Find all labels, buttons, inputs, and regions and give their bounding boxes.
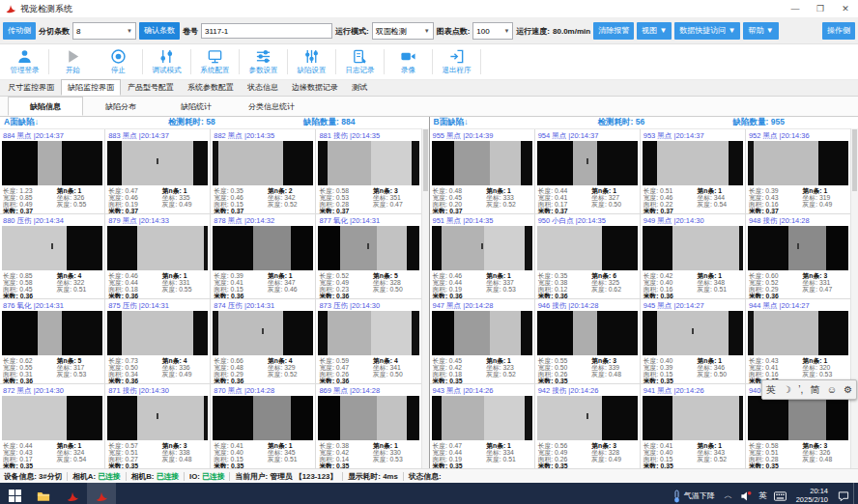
drive-side-button[interactable]: 传动侧 — [3, 22, 36, 40]
defect-thumbnail[interactable] — [213, 311, 313, 355]
weather-widget[interactable]: 气温下降 — [667, 490, 721, 503]
tab-defect-monitor[interactable]: 缺陷监控界面 — [61, 79, 121, 96]
defect-cell[interactable]: 948 接伤 |20:14:28长度: 0.60宽度: 0.52面积: 0.29… — [746, 214, 851, 299]
defect-thumbnail[interactable] — [2, 141, 102, 185]
close-button[interactable]: ✕ — [833, 1, 858, 17]
defect-thumbnail[interactable] — [107, 396, 208, 440]
defect-settings-button[interactable]: 缺陷设置 — [289, 45, 334, 78]
tab-edge-data-record[interactable]: 边缘数据记录 — [285, 79, 345, 96]
ime-settings-gear-icon[interactable]: ⚙ — [844, 384, 852, 395]
ime-night-mode-icon[interactable]: ☽ — [783, 384, 791, 395]
defect-thumbnail[interactable] — [748, 226, 848, 270]
defect-cell[interactable]: 942 接伤 |20:14:26长度: 0.56宽度: 0.49面积: 0.26… — [535, 384, 641, 469]
help-menu-button[interactable]: 帮助 ▼ — [743, 22, 778, 40]
subtab-class-info-statistics[interactable]: 分类信息统计 — [234, 97, 309, 116]
defect-thumbnail[interactable] — [107, 226, 208, 270]
debug-mode-button[interactable]: 调试模式 — [144, 45, 189, 78]
ime-english-toggle[interactable]: 英 — [766, 383, 776, 397]
ime-simplified-toggle[interactable]: 简 — [811, 383, 820, 397]
data-quick-access-menu-button[interactable]: 数据快捷访问 ▼ — [674, 22, 740, 40]
defect-thumbnail[interactable] — [537, 396, 638, 440]
defect-thumbnail[interactable] — [318, 396, 418, 440]
defect-thumbnail[interactable] — [643, 311, 743, 355]
defect-cell[interactable]: 879 黑点 |20:14:33长度: 0.46宽度: 0.44面积: 0.18… — [105, 214, 211, 299]
defect-cell[interactable]: 878 黑点 |20:14:32长度: 0.39宽度: 0.41面积: 0.15… — [211, 214, 316, 299]
defect-thumbnail[interactable] — [537, 141, 638, 185]
defect-cell[interactable]: 950 小白点 |20:14:35长度: 0.35宽度: 0.38面积: 0.1… — [535, 214, 641, 299]
defect-cell[interactable]: 884 黑点 |20:14:37长度: 1.23宽度: 0.85面积: 0.49… — [0, 129, 105, 214]
defect-cell[interactable]: 874 压伤 |20:14:31长度: 0.66宽度: 0.48面积: 0.29… — [211, 299, 316, 384]
ime-emoji-icon[interactable]: ☺ — [827, 384, 837, 395]
defect-thumbnail[interactable] — [643, 226, 743, 270]
maximize-button[interactable]: ❐ — [808, 1, 833, 17]
defect-cell[interactable]: 872 黑点 |20:14:30长度: 0.44宽度: 0.43面积: 0.17… — [0, 384, 105, 469]
defect-cell[interactable]: 954 黑点 |20:14:37长度: 0.44宽度: 0.41面积: 0.17… — [535, 129, 641, 214]
defect-thumbnail[interactable] — [318, 141, 418, 185]
subtab-defect-distribution[interactable]: 缺陷分布 — [83, 97, 158, 116]
defect-cell[interactable]: 944 黑点 |20:14:27长度: 0.43宽度: 0.41面积: 0.16… — [746, 299, 851, 384]
defect-cell[interactable]: 943 黑点 |20:14:26长度: 0.47宽度: 0.44面积: 0.19… — [430, 384, 535, 469]
defect-thumbnail[interactable] — [537, 226, 638, 270]
defect-thumbnail[interactable] — [107, 311, 208, 355]
admin-login-button[interactable]: 管理登录 — [2, 45, 47, 78]
defect-cell[interactable]: 871 接伤 |20:14:30长度: 0.57宽度: 0.51面积: 0.27… — [105, 384, 211, 469]
taskbar-clock[interactable]: 20:14 2025/2/10 — [790, 488, 834, 504]
defect-cell[interactable]: 941 黑点 |20:14:26长度: 0.41宽度: 0.40面积: 0.15… — [641, 384, 746, 469]
panel-a-title[interactable]: A面缺陷↓ — [0, 117, 168, 128]
view-menu-button[interactable]: 视图 ▼ — [637, 22, 672, 40]
subtab-defect-info[interactable]: 缺陷信息 — [8, 97, 83, 116]
stop-button[interactable]: 停止 — [96, 45, 141, 78]
inspection-app-button-active[interactable] — [87, 483, 116, 504]
defect-thumbnail[interactable] — [318, 311, 418, 355]
ime-punctuation-toggle[interactable]: ’, — [798, 384, 803, 395]
tab-size-monitor[interactable]: 尺寸监控界面 — [1, 79, 61, 96]
defect-thumbnail[interactable] — [432, 311, 532, 355]
file-explorer-button[interactable] — [29, 483, 58, 504]
defect-cell[interactable]: 881 接伤 |20:14:35长度: 0.58宽度: 0.53面积: 0.28… — [316, 129, 421, 214]
chart-points-select[interactable]: 100▼ — [472, 22, 513, 40]
tray-volume-icon[interactable] — [738, 483, 754, 504]
minimize-button[interactable]: — — [783, 1, 808, 17]
defect-cell[interactable]: 882 黑点 |20:14:35长度: 0.35宽度: 0.46面积: 0.15… — [211, 129, 316, 214]
defect-thumbnail[interactable] — [107, 141, 208, 185]
panel-a-scrollbar[interactable] — [421, 128, 429, 468]
tab-system-params-config[interactable]: 系统参数配置 — [181, 79, 241, 96]
log-record-button[interactable]: 日志记录 — [337, 45, 383, 78]
record-video-button[interactable]: 录像 — [386, 45, 431, 78]
defect-cell[interactable]: 883 黑点 |20:14:37长度: 0.47宽度: 0.46面积: 0.19… — [105, 129, 211, 214]
show-desktop-button[interactable] — [853, 483, 858, 504]
defect-thumbnail[interactable] — [213, 226, 313, 270]
defect-cell[interactable]: 877 氧化 |20:14:31长度: 0.52宽度: 0.49面积: 0.23… — [316, 214, 421, 299]
defect-cell[interactable]: 955 黑点 |20:14:39长度: 0.48宽度: 0.45面积: 0.20… — [430, 129, 535, 214]
subtab-defect-statistics[interactable]: 缺陷统计 — [158, 97, 234, 116]
operator-side-button[interactable]: 操作侧 — [822, 22, 855, 40]
defect-cell[interactable]: 876 氧化 |20:14:31长度: 0.62宽度: 0.55面积: 0.31… — [0, 299, 105, 384]
defect-cell[interactable]: 953 黑点 |20:14:37长度: 0.51宽度: 0.46面积: 0.22… — [641, 129, 746, 214]
defect-thumbnail[interactable] — [537, 311, 638, 355]
slit-count-select[interactable]: 8▼ — [72, 22, 136, 40]
tab-status-info[interactable]: 状态信息 — [241, 79, 285, 96]
defect-cell[interactable]: 869 黑点 |20:14:28长度: 0.38宽度: 0.42面积: 0.14… — [316, 384, 421, 469]
confirm-count-button[interactable]: 确认条数 — [139, 22, 180, 40]
scrollbar-thumb[interactable] — [852, 129, 857, 191]
defect-thumbnail[interactable] — [2, 226, 102, 270]
params-settings-button[interactable]: 参数设置 — [241, 45, 286, 78]
start-menu-button[interactable] — [0, 483, 29, 504]
defect-cell[interactable]: 949 黑点 |20:14:30长度: 0.42宽度: 0.40面积: 0.16… — [641, 214, 746, 299]
defect-thumbnail[interactable] — [213, 396, 313, 440]
defect-thumbnail[interactable] — [432, 396, 532, 440]
defect-thumbnail[interactable] — [643, 396, 743, 440]
defect-thumbnail[interactable] — [432, 226, 532, 270]
tray-chevron-up-icon[interactable]: ︿ — [721, 483, 736, 504]
action-center-icon[interactable] — [836, 483, 851, 504]
panel-b-scrollbar[interactable] — [850, 128, 858, 468]
defect-cell[interactable]: 952 黑点 |20:14:36长度: 0.39宽度: 0.43面积: 0.16… — [746, 129, 851, 214]
roll-number-input[interactable] — [201, 23, 332, 39]
exit-program-button[interactable]: 退出程序 — [434, 45, 479, 78]
defect-thumbnail[interactable] — [748, 141, 848, 185]
tray-keyboard-icon[interactable] — [773, 483, 788, 504]
defect-thumbnail[interactable] — [748, 396, 848, 440]
run-mode-select[interactable]: 双面检测▼ — [372, 22, 434, 40]
clear-alarm-button[interactable]: 清除报警 — [593, 22, 634, 40]
system-config-button[interactable]: 系统配置 — [192, 45, 238, 78]
